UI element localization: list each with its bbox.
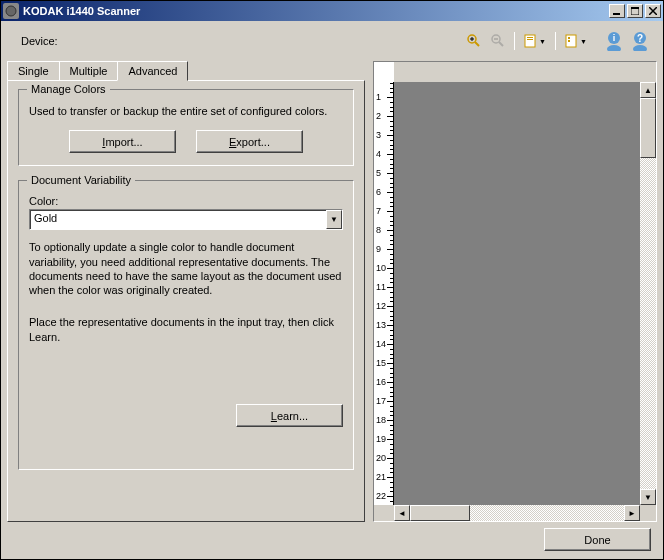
zoom-in-button[interactable]: [463, 30, 485, 52]
toolbar-separator: [514, 32, 515, 50]
manage-colors-title: Manage Colors: [27, 83, 110, 95]
scroll-left-button[interactable]: ◄: [394, 505, 410, 521]
zoom-out-icon: [490, 33, 506, 49]
zoom-in-icon: [466, 33, 482, 49]
scroll-up-button[interactable]: ▲: [640, 82, 656, 98]
scroll-right-button[interactable]: ►: [624, 505, 640, 521]
svg-text:?: ?: [637, 33, 643, 44]
svg-rect-3: [631, 7, 639, 9]
svg-rect-14: [527, 37, 533, 38]
document-variability-desc2: Place the representative documents in th…: [29, 315, 343, 344]
document-variability-group: Document Variability Color: Gold ▼ To op…: [18, 180, 354, 470]
svg-rect-18: [568, 40, 570, 42]
tab-bar: Single Multiple Advanced: [7, 61, 365, 80]
help-head-icon: ?: [630, 31, 650, 51]
footer-bar: Done: [7, 522, 657, 553]
top-toolbar-row: Device: ▼ ▼: [7, 29, 657, 53]
info-head-icon: i: [604, 31, 624, 51]
scroll-thumb-h[interactable]: [410, 505, 470, 521]
scanner-dialog-window: KODAK i1440 Scanner Device:: [0, 0, 664, 560]
color-field-label: Color:: [29, 195, 343, 207]
scroll-down-button[interactable]: ▼: [640, 489, 656, 505]
preview-tool-icon: [524, 34, 538, 48]
device-label: Device:: [21, 35, 58, 47]
toolbar: ▼ ▼ i ?: [463, 30, 651, 52]
svg-text:i: i: [613, 33, 616, 43]
manage-colors-description: Used to transfer or backup the entire se…: [29, 104, 343, 118]
minimize-button[interactable]: [609, 4, 625, 18]
scroll-thumb-v[interactable]: [640, 98, 656, 158]
color-select-arrow[interactable]: ▼: [326, 210, 342, 229]
color-select[interactable]: Gold ▼: [29, 209, 343, 230]
zoom-out-button[interactable]: [487, 30, 509, 52]
done-button[interactable]: Done: [544, 528, 651, 551]
window-title: KODAK i1440 Scanner: [23, 5, 609, 17]
maximize-button[interactable]: [627, 4, 643, 18]
svg-rect-17: [568, 37, 570, 39]
preview-panel: 123456789101112 123456789101112131415161…: [373, 61, 657, 522]
svg-rect-15: [527, 39, 533, 40]
svg-point-20: [607, 45, 621, 51]
color-select-value: Gold: [30, 210, 326, 229]
manage-colors-group: Manage Colors Used to transfer or backup…: [18, 89, 354, 166]
chevron-down-icon: ▼: [580, 38, 587, 45]
help-button[interactable]: ?: [629, 30, 651, 52]
vertical-scrollbar[interactable]: ▲ ▼: [640, 82, 656, 505]
tab-advanced[interactable]: Advanced: [117, 61, 188, 81]
svg-rect-16: [566, 35, 576, 47]
app-icon: [3, 3, 19, 19]
left-panel: Single Multiple Advanced Manage Colors U…: [7, 61, 365, 522]
document-variability-desc1: To optionally update a single color to h…: [29, 240, 343, 297]
chevron-down-icon: ▼: [539, 38, 546, 45]
vertical-ruler: 1234567891011121314151617181920212223: [374, 82, 394, 505]
document-variability-title: Document Variability: [27, 174, 135, 186]
import-button[interactable]: Import...: [69, 130, 176, 153]
toolbar-separator: [555, 32, 556, 50]
svg-rect-1: [613, 13, 620, 15]
svg-line-11: [499, 42, 503, 46]
info-button[interactable]: i: [603, 30, 625, 52]
svg-line-7: [475, 42, 479, 46]
svg-rect-13: [525, 35, 535, 47]
horizontal-scrollbar[interactable]: ◄ ►: [394, 505, 640, 521]
preview-tool-button[interactable]: ▼: [520, 30, 550, 52]
svg-point-0: [6, 6, 16, 16]
tab-content-advanced: Manage Colors Used to transfer or backup…: [7, 80, 365, 522]
ruler-corner: [374, 62, 394, 82]
svg-point-23: [633, 45, 647, 51]
preview-area[interactable]: [394, 82, 640, 505]
export-button[interactable]: Export...: [196, 130, 303, 153]
tab-single[interactable]: Single: [7, 61, 60, 80]
tab-multiple[interactable]: Multiple: [59, 61, 119, 80]
close-button[interactable]: [645, 4, 661, 18]
dialog-content: Device: ▼ ▼: [1, 21, 663, 559]
settings-tool-icon: [565, 34, 579, 48]
settings-tool-button[interactable]: ▼: [561, 30, 591, 52]
learn-button[interactable]: Learn...: [236, 404, 343, 427]
titlebar: KODAK i1440 Scanner: [1, 1, 663, 21]
